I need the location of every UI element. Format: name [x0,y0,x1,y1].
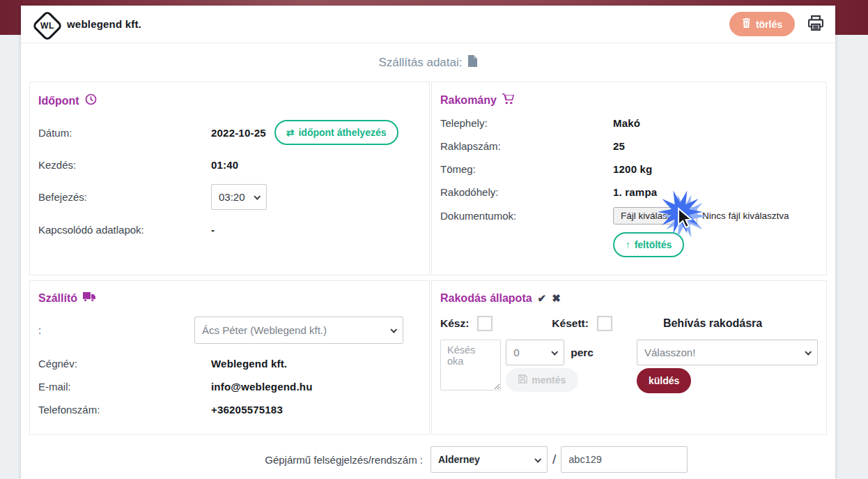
rakodohely-value: 1. rampa [613,186,657,198]
telephely-value: Makó [613,117,640,129]
trash-icon [742,18,751,30]
row-raklapszam: Raklapszám: 25 [440,138,818,153]
row-kezdes: Kezdés: 01:40 [38,157,421,172]
delay-save-button[interactable]: mentés [506,368,578,392]
tomeg-label: Tömeg: [440,163,613,175]
kesz-label: Kész: [440,317,469,330]
panel-szallito: Szállító : Ács Péter (Weblegend kft.) Cé… [29,280,430,435]
logo[interactable]: WL weblegend kft. [32,12,141,37]
file-choose-button[interactable]: Fájl kiválasztása [613,207,697,225]
perc-label: perc [571,347,594,359]
logo-text: weblegend kft. [67,18,141,30]
row-email: E-mail: info@weblegend.hu [38,379,421,394]
logo-icon: WL [31,10,63,41]
telephely-label: Telephely: [440,117,613,129]
idopont-title: Időpont [38,93,421,108]
telefonszam-label: Telefonszám: [38,404,211,416]
cart-icon [502,93,514,107]
panel-idopont: Időpont Dátum: 2022-10-25 ⇄ időpont áthe… [29,82,430,275]
perc-select[interactable]: 0 [506,340,564,365]
row-szallito-select: : Ács Péter (Weblegend kft.) [38,317,421,344]
szallito-select-label: : [38,324,194,336]
logo-badge: WL [40,21,54,31]
kapcsolodo-value: - [211,224,215,236]
row-telefonszam: Telefonszám: +36205575183 [38,402,421,417]
row-dokumentumok: Dokumentumok: Fájl kiválasztása Nincs fá… [440,207,818,225]
document-icon[interactable] [467,55,478,70]
rakodohely-label: Rakodóhely: [440,186,613,198]
email-value: info@weblegend.hu [211,381,313,393]
gepjarmu-label: Gépjármű felségjelzés/rendszám : [21,454,431,466]
rakomany-title-text: Rakomány [440,94,497,107]
file-status-text: Nincs fájl kiválasztva [702,211,789,221]
szallito-select[interactable]: Ács Péter (Weblegend kft.) [194,317,403,344]
befejezes-label: Befejezés: [38,191,211,203]
main-card: WL weblegend kft. törlés Szállítás adata… [21,6,835,479]
kezdes-value: 01:40 [211,159,238,171]
row-kapcsolodo: Kapcsolódó adatlapok: - [38,222,421,237]
row-gepjarmu: Gépjármű felségjelzés/rendszám : Alderne… [21,446,835,473]
chevron-down-icon [254,193,261,200]
header-actions: törlés [729,12,826,36]
chevron-down-icon [552,349,559,356]
valasszon-select[interactable]: Válasszon! [637,340,818,365]
delay-minutes-group: 0 perc mentés [506,340,594,392]
swap-icon: ⇄ [286,127,295,138]
perc-select-value: 0 [513,347,519,358]
befejezes-select[interactable]: 03:20 [211,184,267,210]
page-title: Szállítás adatai: [21,43,835,82]
delay-save-label: mentés [532,374,566,386]
valasszon-select-value: Válasszon! [644,347,695,358]
behivas-label: Behívás rakodásra [663,317,762,330]
gepjarmu-country-value: Alderney [438,454,480,465]
szallito-title: Szállító [38,292,421,305]
send-button[interactable]: küldés [637,368,691,393]
szallito-title-text: Szállító [38,292,77,305]
kesz-checkbox[interactable] [477,316,493,331]
rakodas-title: Rakodás állapota ✔ ✖ [440,292,818,305]
row-befejezes: Befejezés: 03:20 [38,184,421,210]
move-time-label: időpont áthelyezés [298,127,386,138]
row-rakodohely: Rakodóhely: 1. rampa [440,184,818,199]
delay-reason-textarea[interactable] [440,340,501,390]
szallito-select-value: Ács Péter (Weblegend kft.) [202,324,327,336]
row-telephely: Telephely: Makó [440,115,818,130]
status-controls-row: 0 perc mentés Válasszon! [440,340,818,393]
clock-icon [85,93,97,108]
upload-button[interactable]: ↑ feltöltés [613,232,684,257]
save-icon [518,374,527,386]
chevron-down-icon [390,326,397,333]
cegnev-value: Weblegend kft. [211,358,287,370]
kesett-label: Késett: [552,317,589,330]
truck-icon [83,292,95,305]
gepjarmu-country-select[interactable]: Alderney [431,446,548,473]
x-icon[interactable]: ✖ [552,292,561,305]
check-icon[interactable]: ✔ [538,292,547,305]
move-time-button[interactable]: ⇄ időpont áthelyezés [274,120,398,145]
raklapszam-label: Raklapszám: [440,140,613,152]
rakomany-title: Rakomány [440,93,818,107]
printer-icon[interactable] [806,13,826,36]
rakodas-title-text: Rakodás állapota [440,292,532,305]
dokumentumok-label: Dokumentumok: [440,210,613,222]
upload-button-label: feltöltés [635,239,672,250]
row-tomeg: Tömeg: 1200 kg [440,161,818,176]
cegnev-label: Cégnév: [38,358,211,370]
befejezes-select-value: 03:20 [219,191,245,203]
gepjarmu-plate-input[interactable] [561,446,688,473]
kezdes-label: Kezdés: [38,159,211,171]
tomeg-value: 1200 kg [613,163,652,175]
raklapszam-value: 25 [613,140,625,152]
row-cegnev: Cégnév: Weblegend kft. [38,356,421,371]
call-in-group: Válasszon! küldés [637,340,818,393]
datum-label: Dátum: [38,127,211,139]
delete-button[interactable]: törlés [729,12,795,36]
row-upload: ↑ feltöltés [440,232,818,257]
kesett-checkbox[interactable] [597,316,612,331]
kapcsolodo-label: Kapcsolódó adatlapok: [38,224,211,236]
page-title-text: Szállítás adatai: [378,56,462,70]
idopont-title-text: Időpont [38,95,79,107]
panel-rakodas: Rakodás állapota ✔ ✖ Kész: Késett: Behív… [431,280,827,435]
card-header: WL weblegend kft. törlés [21,6,835,43]
row-datum: Dátum: 2022-10-25 ⇄ időpont áthelyezés [38,120,421,145]
